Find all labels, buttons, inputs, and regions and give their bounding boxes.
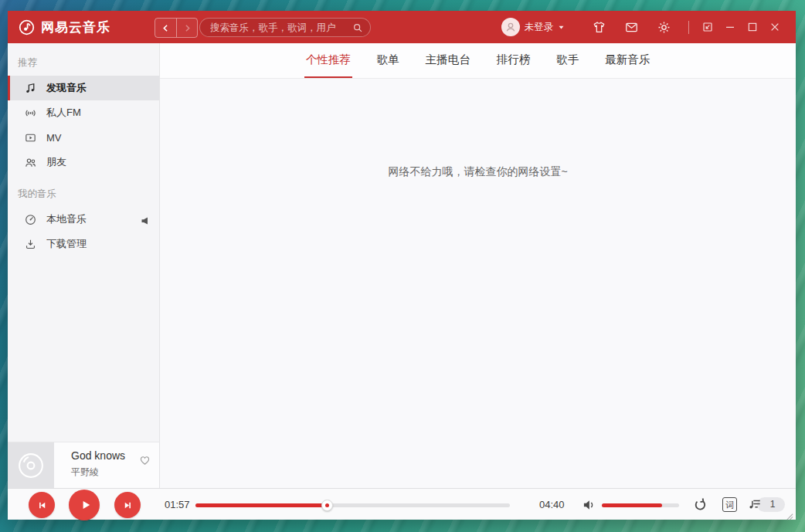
message-button[interactable] <box>624 19 640 35</box>
minimize-button[interactable] <box>724 21 737 34</box>
search-icon[interactable] <box>352 22 363 33</box>
video-play-icon <box>24 131 37 144</box>
volume-fill <box>602 503 662 507</box>
play-button[interactable] <box>69 490 100 520</box>
app-title: 网易云音乐 <box>41 19 110 36</box>
app-window: 网易云音乐 未登录 <box>8 11 796 520</box>
playlist-icon <box>747 496 763 512</box>
titlebar-divider <box>688 21 689 34</box>
sidebar-item-discover-music[interactable]: 发现音乐 <box>8 76 159 100</box>
progress-thumb[interactable] <box>321 500 333 511</box>
vinyl-disc-icon <box>15 449 47 482</box>
sidebar-section-my-music: 我的音乐 <box>8 175 159 207</box>
sidebar-item-label: 本地音乐 <box>46 212 87 226</box>
tab-charts[interactable]: 排行榜 <box>495 43 532 78</box>
tab-personal-recommend[interactable]: 个性推荐 <box>304 43 352 78</box>
player-bar: 01:57 04:40 词 1 <box>8 488 796 520</box>
person-icon <box>504 21 517 33</box>
shrink-icon <box>701 21 714 33</box>
sidebar-item-label: 朋友 <box>46 155 66 169</box>
disc-icon <box>24 213 37 226</box>
previous-track-button[interactable] <box>29 492 55 518</box>
minimize-icon <box>724 21 736 33</box>
maximize-button[interactable] <box>746 21 759 34</box>
previous-icon <box>36 500 48 511</box>
skin-theme-button[interactable] <box>592 19 607 35</box>
chevron-down-icon <box>558 24 565 31</box>
chevron-right-icon <box>182 23 192 33</box>
progress-bar[interactable] <box>195 503 510 507</box>
volume-icon[interactable] <box>582 497 597 513</box>
network-error-message: 网络不给力哦，请检查你的网络设置~ <box>160 79 796 179</box>
track-artist[interactable]: 平野綾 <box>71 466 125 479</box>
sidebar-item-label: MV <box>46 132 62 144</box>
playlist-button[interactable]: 1 <box>747 496 785 512</box>
settings-button[interactable] <box>657 19 672 35</box>
sidebar-item-local-music[interactable]: 本地音乐 <box>8 207 159 232</box>
loop-mode-button[interactable] <box>692 496 708 513</box>
favorite-heart-icon[interactable] <box>138 453 151 466</box>
close-icon <box>769 21 781 33</box>
sidebar-item-label: 发现音乐 <box>46 81 87 95</box>
back-button[interactable] <box>155 19 176 37</box>
resize-grip[interactable] <box>785 510 793 518</box>
repeat-icon <box>692 496 708 513</box>
track-title[interactable]: God knows <box>71 449 125 462</box>
avatar <box>501 18 520 36</box>
next-track-button[interactable] <box>114 492 141 518</box>
sidebar-item-personal-fm[interactable]: 私人FM <box>8 100 159 125</box>
close-button[interactable] <box>769 21 782 34</box>
search-input[interactable] <box>210 22 352 33</box>
chevron-left-icon <box>161 23 171 33</box>
progress-fill <box>195 503 328 507</box>
forward-button[interactable] <box>176 19 197 37</box>
app-logo[interactable]: 网易云音乐 <box>18 11 110 43</box>
lyrics-button[interactable]: 词 <box>722 497 737 512</box>
main-area: 网络不给力哦，请检查你的网络设置~ <box>160 79 796 487</box>
broadcast-icon <box>24 107 37 120</box>
netease-logo-icon <box>18 19 36 36</box>
history-nav <box>155 18 198 38</box>
download-icon <box>24 238 37 251</box>
next-icon <box>122 500 134 511</box>
tab-playlists[interactable]: 歌单 <box>375 43 401 78</box>
user-account[interactable]: 未登录 <box>501 18 566 36</box>
now-playing-card[interactable]: God knows 平野綾 <box>8 442 160 488</box>
content-tabbar: 个性推荐 歌单 主播电台 排行榜 歌手 最新音乐 <box>160 43 796 79</box>
shirt-icon <box>592 20 606 35</box>
mini-mode-button[interactable] <box>701 21 715 34</box>
titlebar: 网易云音乐 未登录 <box>8 11 796 43</box>
sidebar-item-friends[interactable]: 朋友 <box>8 150 159 175</box>
volume-slider[interactable] <box>602 503 679 507</box>
search-box[interactable] <box>199 18 371 37</box>
album-art[interactable] <box>8 442 54 488</box>
tab-new-music[interactable]: 最新音乐 <box>603 43 651 78</box>
music-note-icon <box>24 82 37 95</box>
elapsed-time: 01:57 <box>165 499 190 510</box>
maximize-icon <box>746 21 759 33</box>
sidebar-item-label: 私人FM <box>46 106 81 120</box>
play-icon <box>79 498 93 512</box>
sidebar-item-label: 下载管理 <box>46 237 87 251</box>
tab-artists[interactable]: 歌手 <box>555 43 580 78</box>
mail-icon <box>624 20 639 35</box>
login-status-label: 未登录 <box>525 21 554 34</box>
total-duration: 04:40 <box>539 499 565 510</box>
gear-icon <box>657 20 671 35</box>
now-playing-speaker-icon <box>141 215 150 224</box>
tab-radio[interactable]: 主播电台 <box>424 43 472 78</box>
sidebar-item-mv[interactable]: MV <box>8 125 159 150</box>
sidebar-item-download-manager[interactable]: 下载管理 <box>8 232 159 256</box>
sidebar: 推荐 发现音乐 私人FM MV <box>8 43 160 442</box>
friends-icon <box>24 156 37 169</box>
track-info: God knows 平野綾 <box>71 449 125 479</box>
titlebar-right-group: 未登录 <box>501 11 787 43</box>
main-content: 个性推荐 歌单 主播电台 排行榜 歌手 最新音乐 网络不给力哦，请检查你的网络设… <box>160 43 796 488</box>
sidebar-section-recommend: 推荐 <box>8 43 159 76</box>
